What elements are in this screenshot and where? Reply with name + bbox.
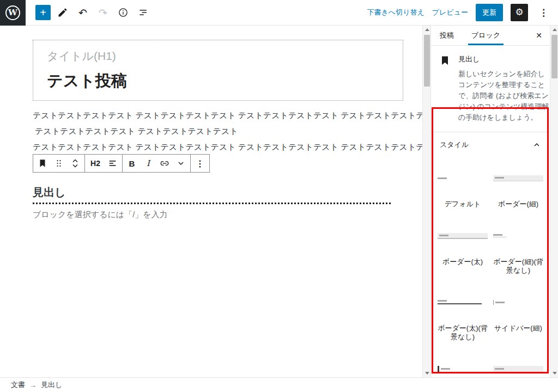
style-option-sidebar-thin[interactable]: サイドバー(細)	[493, 283, 543, 341]
post-title-block[interactable]: タイトル(H1) テスト投稿	[33, 40, 403, 101]
breadcrumb-document[interactable]: 文書	[11, 380, 25, 390]
breadcrumb-block[interactable]: 見出し	[41, 380, 62, 390]
block-card-title: 見出し	[458, 54, 552, 64]
align-button[interactable]	[105, 155, 121, 172]
settings-sidebar: 投稿 ブロック ✕ 見出し 新しいセクションを紹介しコンテンツを整理することで、…	[430, 26, 550, 377]
list-view-icon	[138, 7, 149, 18]
block-toolbar: H2 B I ⋮	[33, 154, 210, 173]
editor-footer: 文書 → 見出し	[0, 377, 558, 392]
content-scrollbar[interactable]	[422, 26, 430, 377]
move-up-down-button[interactable]	[67, 155, 83, 172]
block-toolbar-group-more: ⋮	[190, 155, 209, 172]
details-button[interactable]	[115, 4, 131, 21]
heading-block-icon	[440, 55, 451, 123]
style-preview	[438, 158, 488, 198]
options-menu-button[interactable]: ⋮	[536, 6, 551, 20]
scrollbar-thumb[interactable]	[424, 35, 430, 87]
style-label: サイドバー(細)	[493, 324, 543, 333]
kebab-icon: ⋮	[539, 8, 548, 18]
link-icon	[159, 158, 170, 168]
sidebar-tabs: 投稿 ブロック ✕	[431, 26, 550, 46]
info-icon	[118, 7, 129, 18]
redo-button[interactable]: ↷	[95, 4, 111, 21]
style-preview	[493, 283, 543, 322]
post-title[interactable]: テスト投稿	[47, 70, 389, 92]
italic-button[interactable]: I	[140, 155, 156, 172]
style-preview	[493, 158, 543, 198]
heading-level-button[interactable]: H2	[86, 155, 105, 172]
block-toolbar-group-format: B I	[122, 155, 190, 172]
styles-panel-title: スタイル	[440, 140, 469, 150]
scroll-up-arrow-icon[interactable]	[550, 26, 558, 34]
ellipsis-icon: ⋮	[196, 158, 204, 169]
heading-block-icon	[38, 158, 47, 168]
block-card: 見出し 新しいセクションを紹介しコンテンツを整理することで、訪問者 (および検索…	[431, 46, 550, 132]
header-toolbar: + ↶ ↷	[26, 4, 151, 21]
block-card-description: 新しいセクションを紹介しコンテンツを整理することで、訪問者 (および検索エンジン…	[458, 69, 552, 123]
format-dropdown-button[interactable]	[173, 155, 189, 172]
tab-post[interactable]: 投稿	[431, 26, 463, 45]
block-options-button[interactable]: ⋮	[192, 155, 208, 172]
drag-handle-icon	[54, 159, 63, 168]
chevron-up-icon	[532, 140, 541, 149]
style-option-border-thick[interactable]: ボーダー(太)	[438, 216, 488, 275]
block-card-text: 見出し 新しいセクションを紹介しコンテンツを整理することで、訪問者 (および検索…	[458, 54, 552, 123]
switch-to-draft-button[interactable]: 下書きへ切り替え	[367, 8, 424, 17]
drag-handle[interactable]	[51, 155, 67, 172]
scroll-down-arrow-icon[interactable]	[550, 369, 558, 377]
style-option-border-thin[interactable]: ボーダー(細)	[493, 158, 543, 209]
block-toolbar-group-level: H2	[84, 155, 122, 172]
empty-block-placeholder[interactable]: ブロックを選択するには「/」を入力	[33, 210, 168, 220]
style-label: デフォルト	[438, 200, 488, 209]
style-option-border-thick-nobg[interactable]: ボーダー(太)(背景なし)	[438, 283, 488, 341]
add-block-button[interactable]: +	[35, 5, 51, 20]
edit-tool-button[interactable]	[54, 4, 71, 21]
undo-button[interactable]: ↶	[75, 4, 91, 21]
block-type-button[interactable]	[34, 155, 51, 172]
settings-button[interactable]: ⚙	[511, 4, 528, 21]
pencil-icon	[57, 7, 68, 18]
style-preview	[493, 216, 543, 255]
style-label: ボーダー(太)(背景なし)	[438, 324, 488, 341]
style-label: ボーダー(細)(背景なし)	[493, 258, 543, 275]
styles-grid: デフォルト ボーダー(細) ボーダー(太) ボーダー(細)(背景なし)	[431, 154, 550, 392]
styles-panel: スタイル デフォルト ボーダー(細) ボーダー(太)	[431, 132, 550, 392]
chevron-down-icon	[177, 159, 185, 168]
wordpress-logo-button[interactable]: W	[0, 0, 26, 26]
style-label: ボーダー(細)	[493, 200, 543, 209]
style-option-border-thin-nobg[interactable]: ボーダー(細)(背景なし)	[493, 216, 543, 275]
bold-button[interactable]: B	[124, 155, 140, 172]
paragraph-block-line[interactable]: テストテストテストテスト テストテストテストテスト	[35, 126, 238, 137]
heading-border-style	[33, 203, 392, 204]
scroll-down-arrow-icon[interactable]	[423, 369, 431, 377]
scrollbar-thumb[interactable]	[551, 35, 557, 78]
gear-icon: ⚙	[515, 7, 523, 17]
align-left-icon	[108, 158, 118, 168]
preview-button[interactable]: プレビュー	[432, 8, 468, 17]
list-view-button[interactable]	[135, 4, 151, 21]
styles-panel-header[interactable]: スタイル	[431, 132, 550, 154]
breadcrumb-arrow-icon: →	[29, 381, 37, 389]
paragraph-block-line[interactable]: テストテストテストテスト テストテストテストテスト テストテストテストテスト テ…	[33, 111, 441, 121]
header-actions: 下書きへ切り替え プレビュー 更新 ⚙ ⋮	[367, 4, 558, 21]
scroll-up-arrow-icon[interactable]	[423, 26, 431, 34]
style-option-default[interactable]: デフォルト	[438, 158, 488, 209]
style-preview	[438, 283, 488, 322]
paragraph-block-line[interactable]: テストテストテストテスト テストテストテストテスト テストテストテストテスト テ…	[33, 142, 441, 152]
update-button[interactable]: 更新	[476, 4, 503, 21]
close-sidebar-button[interactable]: ✕	[528, 26, 550, 45]
close-icon: ✕	[536, 31, 542, 40]
style-preview	[438, 216, 488, 255]
chevron-up-down-icon	[71, 158, 80, 168]
tab-block[interactable]: ブロック	[463, 26, 509, 45]
block-toolbar-group-meta	[33, 155, 84, 172]
wordpress-logo-icon: W	[5, 5, 20, 20]
sidebar-scrollbar[interactable]	[550, 26, 558, 377]
heading-block[interactable]: 見出し	[33, 185, 65, 200]
undo-icon: ↶	[78, 7, 87, 19]
editor-header: W + ↶ ↷ 下書きへ切り替え プレビュー 更新 ⚙ ⋮	[0, 0, 558, 26]
title-field-label: タイトル(H1)	[47, 48, 389, 64]
redo-icon: ↷	[99, 7, 107, 19]
link-button[interactable]	[156, 155, 173, 172]
style-label: ボーダー(太)	[438, 258, 488, 266]
